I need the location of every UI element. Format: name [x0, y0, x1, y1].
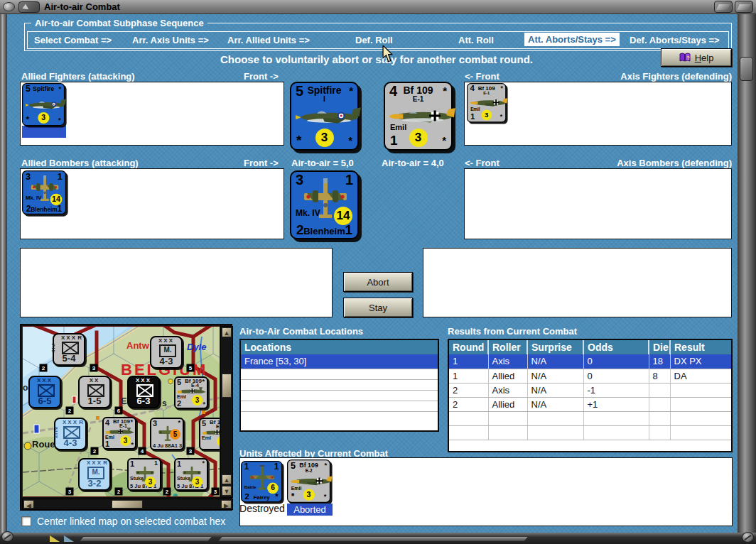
location-row[interactable] [241, 369, 438, 379]
map-hex-badge: 2 [163, 488, 171, 496]
spitfire-plane-icon [25, 97, 72, 111]
affected-unit-status: Aborted [287, 504, 333, 516]
map-hex-badge: 2 [115, 488, 123, 496]
step-def-aborts-stays: Def. Aborts/Stays => [630, 35, 720, 45]
step-select-combat: Select Combat => [34, 35, 112, 45]
map-hex-badge: 5 [187, 364, 195, 372]
result-row[interactable]: 2AlliedN/A +1 [449, 397, 731, 411]
map-label-partial: s [162, 398, 167, 408]
map-ground-counter[interactable]: XXX R II Inf 5-4 [53, 333, 85, 366]
results-table[interactable]: RoundRoller SurpriseOdds DieResult 1Axis… [448, 339, 733, 452]
map-ground-counter[interactable]: XXX 6-3 [127, 376, 160, 408]
window-border-left [0, 14, 7, 533]
scroll-down-icon[interactable]: ▼ [222, 486, 232, 496]
vscroll-thumb[interactable] [222, 374, 232, 398]
results-header-row: RoundRoller SurpriseOdds DieResult [449, 340, 731, 354]
scroll-up-icon[interactable]: ▲ [222, 474, 232, 484]
map-ground-counter[interactable]: XXX R XII Inf 4-3 [54, 418, 87, 450]
step-def-roll: Def. Roll [355, 35, 393, 45]
step-att-roll: Att. Roll [458, 35, 494, 45]
locations-header: Locations [241, 340, 438, 354]
map-hex-badge: 3 [90, 364, 98, 372]
results-title: Results from Current Combat [448, 326, 577, 337]
axis-bombers-front-label: <- Front [465, 158, 500, 168]
map-air-counter[interactable]: 4 Bf 109 E-1 * Eml 1 3 * [102, 417, 136, 450]
scroll-up-icon[interactable]: ▲ [222, 327, 232, 337]
map-viewport[interactable]: Antw Dyle BELGIUM Roue og E s XXX R II I… [22, 326, 220, 497]
step-att-aborts-stays: Att. Aborts/Stays => [524, 33, 620, 46]
window-title: Air-to-air Combat [44, 1, 120, 12]
axis-fighters-label: Axis Fighters (defending) [561, 71, 732, 82]
map-air-counter[interactable]: 5 Bf 109 E-2 * Eml 3 * [199, 418, 220, 450]
map-air-counter[interactable]: 1 1 Stuka 5 Ju 87B 1 3 [127, 458, 161, 491]
instruction-text: Choose to voluntarily abort or stay for … [85, 53, 668, 65]
axis-air-value: Air-to-air = 4,0 [382, 158, 444, 168]
window-front-icon[interactable] [735, 1, 753, 13]
map-label-dyle: Dyle [187, 342, 206, 352]
linked-map-panel: Antw Dyle BELGIUM Roue og E s XXX R II I… [20, 324, 232, 511]
map-ground-counter[interactable]: XXX 6-5 [28, 376, 61, 408]
location-row[interactable] [241, 401, 438, 411]
result-row[interactable] [449, 425, 731, 440]
result-row[interactable] [449, 411, 731, 425]
map-air-counter[interactable]: 1 * Stuka 5 Ju 87B 1 3 [174, 458, 208, 491]
window-depth-icon[interactable] [714, 1, 733, 13]
title-bar[interactable]: Air-to-air Combat [0, 0, 756, 14]
selection-strip [22, 126, 66, 138]
decor-triangle [50, 535, 60, 542]
map-ground-counter[interactable]: XX 1-5 [78, 376, 111, 408]
location-row[interactable] [241, 379, 438, 390]
map-air-counter[interactable]: 5 Bf 109 E-4 * Eml 2 3 * [174, 376, 208, 409]
scroll-right-icon[interactable]: ▶ [221, 500, 232, 508]
center-map-checkbox[interactable] [21, 516, 31, 526]
border-tab[interactable] [740, 57, 753, 81]
allied-abort-stay-list[interactable] [20, 248, 333, 317]
window-close-icon[interactable] [3, 2, 15, 11]
map-hex-badge: 3 [187, 447, 195, 455]
result-row[interactable]: 1AlliedN/A 08DA [449, 369, 731, 383]
help-book-icon: ? [679, 53, 691, 62]
bombers-front-label: Front -> [244, 158, 279, 168]
locations-title: Air-to-Air Combat Locations [239, 326, 363, 337]
air-to-air-combat-window: Air-to-air Combat Air-to-air Combat Subp… [0, 0, 756, 544]
map-ground-counter[interactable]: XXX R M. 3-2 [78, 458, 111, 491]
allied-front-label: Front -> [244, 71, 279, 82]
affected-unit-status: Destroyed [239, 503, 285, 514]
map-ground-counter[interactable]: XXX M. 4-3 [150, 336, 183, 369]
step-arr-axis-units: Arr. Axis Units => [132, 35, 209, 45]
decor-triangle [64, 535, 74, 542]
map-hex-badge: 4 [139, 447, 146, 455]
center-map-checkbox-label: Center linked map on selected combat hex [37, 516, 225, 527]
help-label: Help [695, 53, 714, 63]
map-air-counter[interactable]: 3 * 4 Ju 88A1 3 5 [150, 418, 184, 450]
map-label-antwerp: Antw [126, 340, 149, 351]
map-hscrollbar[interactable]: ◀ ▶ [22, 499, 233, 510]
map-vscrollbar[interactable]: ▲ ▲ ▼ [220, 326, 233, 498]
location-row[interactable] [241, 390, 438, 401]
axis-bombers-list[interactable] [464, 168, 732, 239]
axis-front-label: <- Front [465, 71, 500, 82]
step-arr-allied-units: Arr. Allied Units => [227, 35, 310, 45]
result-row[interactable]: 1AxisN/A 018DX PX [449, 354, 731, 369]
svg-text:?: ? [686, 55, 690, 61]
map-hex-badge: 2 [66, 407, 74, 415]
map-label-partial: E [121, 396, 127, 406]
screw-icon [742, 532, 754, 543]
map-hex-badge: 3 [212, 488, 220, 496]
help-button[interactable]: ? Help [661, 48, 732, 67]
window-zoom-icon[interactable] [18, 1, 40, 13]
locations-table[interactable]: Locations France [53, 30] [239, 339, 439, 432]
map-hex-badge: 6 [115, 407, 123, 415]
stay-button[interactable]: Stay [343, 298, 413, 317]
decor-strip [80, 537, 211, 541]
mouse-cursor [382, 45, 394, 62]
hscroll-thumb[interactable] [112, 500, 143, 508]
location-row[interactable]: France [53, 30] [241, 354, 438, 369]
allied-air-value: Air-to-air = 5,0 [291, 158, 354, 168]
abort-button[interactable]: Abort [343, 272, 413, 292]
axis-abort-stay-list[interactable] [423, 248, 732, 317]
screw-icon [1, 531, 14, 542]
result-row[interactable]: 2AxisN/A -1 [449, 383, 731, 397]
scroll-left-icon[interactable]: ◀ [23, 500, 34, 508]
decor-strip [218, 537, 527, 541]
